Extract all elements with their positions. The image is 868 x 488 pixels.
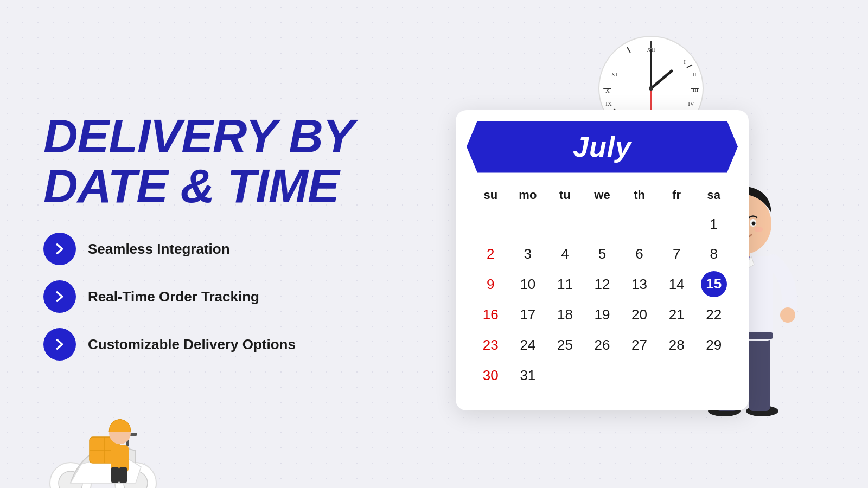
- cal-day-8[interactable]: 8: [695, 241, 732, 268]
- cal-day-empty-10: [658, 362, 695, 389]
- cal-day-9[interactable]: 9: [472, 271, 509, 298]
- cal-day-12[interactable]: 12: [584, 271, 621, 298]
- day-header-we: we: [584, 184, 621, 207]
- day-header-su: su: [472, 184, 509, 207]
- cal-day-empty-8: [584, 362, 621, 389]
- chevron-right-icon-3: [52, 337, 67, 352]
- svg-point-62: [754, 227, 763, 232]
- svg-point-60: [752, 222, 756, 226]
- main-title: DELIVERY BY DATE & TIME: [43, 111, 358, 211]
- svg-text:IV: IV: [688, 100, 694, 107]
- cal-day-4[interactable]: 4: [546, 241, 584, 268]
- cal-day-28[interactable]: 28: [658, 332, 695, 359]
- svg-rect-46: [749, 332, 770, 411]
- cal-day-20[interactable]: 20: [621, 301, 658, 329]
- svg-point-42: [649, 86, 653, 91]
- cal-day-empty-6: [658, 211, 695, 238]
- cal-day-7[interactable]: 7: [658, 241, 695, 268]
- cal-day-14[interactable]: 14: [658, 271, 695, 298]
- feature-icon-tracking: [43, 280, 76, 313]
- feature-item-customizable: Customizable Delivery Options: [43, 328, 358, 361]
- feature-icon-customizable: [43, 328, 76, 361]
- cal-day-26[interactable]: 26: [584, 332, 621, 359]
- cal-day-empty-1: [472, 211, 509, 238]
- cal-day-13[interactable]: 13: [621, 271, 658, 298]
- day-header-mo: mo: [509, 184, 547, 207]
- cal-day-16[interactable]: 16: [472, 301, 509, 329]
- svg-rect-11: [111, 467, 119, 483]
- feature-label-customizable: Customizable Delivery Options: [88, 336, 296, 353]
- cal-day-empty-4: [584, 211, 621, 238]
- day-header-fr: fr: [658, 184, 695, 207]
- svg-text:II: II: [692, 71, 697, 78]
- svg-point-53: [780, 307, 795, 323]
- chevron-right-icon-2: [52, 289, 67, 304]
- cal-day-empty-5: [621, 211, 658, 238]
- svg-rect-12: [119, 467, 127, 483]
- cal-day-30[interactable]: 30: [472, 362, 509, 389]
- cal-day-empty-7: [546, 362, 584, 389]
- cal-day-31[interactable]: 31: [509, 362, 547, 389]
- calendar-month-header: July: [467, 121, 738, 173]
- cal-day-23[interactable]: 23: [472, 332, 509, 359]
- day-header-sa: sa: [695, 184, 732, 207]
- calendar-body: 1 2 3 4 5 6 7 8 9 10 11 12 13 14 15: [472, 211, 732, 389]
- cal-day-empty-9: [621, 362, 658, 389]
- cal-day-5[interactable]: 5: [584, 241, 621, 268]
- cal-day-18[interactable]: 18: [546, 301, 584, 329]
- svg-text:III: III: [693, 86, 699, 93]
- cal-day-25[interactable]: 25: [546, 332, 584, 359]
- cal-day-10[interactable]: 10: [509, 271, 547, 298]
- cal-day-11[interactable]: 11: [546, 271, 584, 298]
- cal-day-22[interactable]: 22: [695, 301, 732, 329]
- svg-text:IX: IX: [605, 100, 612, 107]
- features-list: Seamless Integration Real-Time Order Tra…: [43, 233, 358, 361]
- cal-day-1[interactable]: 1: [695, 211, 732, 238]
- day-header-th: th: [621, 184, 658, 207]
- cal-day-27[interactable]: 27: [621, 332, 658, 359]
- cal-day-24[interactable]: 24: [509, 332, 547, 359]
- calendar-card: July su mo tu we th fr sa: [456, 110, 749, 411]
- feature-label-tracking: Real-Time Order Tracking: [88, 288, 259, 305]
- cal-day-empty-2: [509, 211, 547, 238]
- cal-day-2[interactable]: 2: [472, 241, 509, 268]
- feature-item-seamless: Seamless Integration: [43, 233, 358, 265]
- left-panel: DELIVERY BY DATE & TIME Seamless Integra…: [43, 111, 380, 377]
- cal-day-empty-11: [695, 362, 732, 389]
- cal-day-6[interactable]: 6: [621, 241, 658, 268]
- day-header-tu: tu: [546, 184, 584, 207]
- feature-item-tracking: Real-Time Order Tracking: [43, 280, 358, 313]
- cal-day-empty-3: [546, 211, 584, 238]
- delivery-person-illustration: [27, 375, 168, 488]
- cal-day-15-selected[interactable]: 15: [701, 271, 727, 297]
- cal-day-3[interactable]: 3: [509, 241, 547, 268]
- cal-day-29[interactable]: 29: [695, 332, 732, 359]
- cal-day-17[interactable]: 17: [509, 301, 547, 329]
- feature-label-seamless: Seamless Integration: [88, 241, 230, 258]
- calendar-grid: su mo tu we th fr sa 1: [456, 178, 749, 395]
- right-panel: XII I II III IV V VI VII VIII IX X XI: [380, 78, 825, 411]
- svg-text:X: X: [605, 87, 610, 94]
- chevron-right-icon: [52, 241, 67, 256]
- cal-day-21[interactable]: 21: [658, 301, 695, 329]
- feature-icon-seamless: [43, 233, 76, 265]
- svg-text:I: I: [684, 59, 686, 65]
- cal-day-19[interactable]: 19: [584, 301, 621, 329]
- svg-text:XI: XI: [611, 71, 617, 78]
- calendar-day-headers: su mo tu we th fr sa: [472, 184, 732, 207]
